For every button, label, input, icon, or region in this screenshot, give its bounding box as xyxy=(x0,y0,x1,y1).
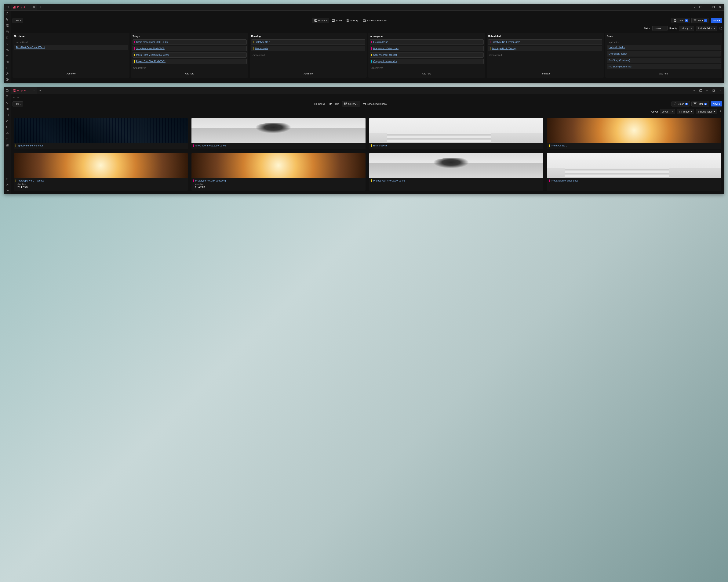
card-title-link[interactable]: Prototype No 1 (Testing) xyxy=(18,179,44,182)
help-icon[interactable] xyxy=(5,72,9,75)
card-link[interactable]: Electric design xyxy=(373,41,388,44)
view-tab-table[interactable]: Table xyxy=(328,101,341,107)
board-card[interactable]: Specify sensor concept xyxy=(370,52,484,58)
project-selector[interactable]: P01 ▾ xyxy=(12,18,23,23)
include-fields-button[interactable]: Include fields ▾ xyxy=(696,26,717,31)
card-link[interactable]: Specify sensor concept xyxy=(373,54,397,56)
grid-icon[interactable] xyxy=(5,107,9,111)
view-tab-table[interactable]: Table xyxy=(330,18,344,23)
board-card[interactable]: P01 (Next Gen Control Tech) xyxy=(14,45,128,50)
card-title-link[interactable]: Prototype No 1 (Production) xyxy=(195,179,226,182)
board-card[interactable]: Prototype No 1 (Production) xyxy=(488,39,602,45)
card-link[interactable]: Prototype No 1 (Production) xyxy=(492,41,520,44)
nav-back-icon[interactable]: ← xyxy=(12,12,15,15)
card-link[interactable]: Pre-Study (Electrical) xyxy=(608,59,630,61)
color-button[interactable]: Color 3 xyxy=(672,101,690,107)
card-link[interactable]: Mechanical design xyxy=(608,53,627,55)
project-more-icon[interactable]: ⋮ xyxy=(25,19,29,22)
board-card[interactable]: Pre-Study (Mechanical) xyxy=(607,64,721,70)
minimize-button[interactable]: ─ xyxy=(704,4,710,10)
settings-icon[interactable] xyxy=(5,78,9,81)
calendar-icon[interactable] xyxy=(5,30,9,33)
card-link[interactable]: Prototype No 2 xyxy=(255,41,270,44)
add-note-button[interactable]: Add note xyxy=(14,71,128,76)
priority-dropdown[interactable]: priority▾ xyxy=(679,26,694,31)
gallery-card[interactable]: Project Jour Fixe 2099-03-02 xyxy=(369,153,543,191)
git-fork-icon[interactable] xyxy=(5,18,9,21)
view-tab-gallery[interactable]: Gallery ▾ xyxy=(342,101,360,107)
panel-icon[interactable] xyxy=(698,88,703,93)
new-button[interactable]: New ▾ xyxy=(711,18,722,23)
card-link[interactable]: Hydraulic design xyxy=(608,46,625,49)
sidebar-toggle-icon[interactable] xyxy=(4,4,10,10)
board-card[interactable]: Prototype No 1 (Testing) xyxy=(488,46,602,51)
board-card[interactable]: Hydraulic design xyxy=(607,45,721,50)
card-link[interactable]: P01 (Next Gen Control Tech) xyxy=(16,46,45,49)
card-link[interactable]: Project Jour Fixe 2099-03-02 xyxy=(136,60,165,63)
help-icon[interactable] xyxy=(5,183,9,187)
cover-dropdown[interactable]: cover▾ xyxy=(660,109,675,114)
file-plus-icon[interactable] xyxy=(5,95,9,99)
board-card[interactable]: Pre-Study (Electrical) xyxy=(607,58,721,63)
terminal-icon[interactable] xyxy=(5,42,9,46)
chevron-down-icon[interactable] xyxy=(692,4,697,10)
add-note-button[interactable]: Add note xyxy=(607,71,721,76)
view-tab-board[interactable]: Board xyxy=(312,101,327,107)
close-icon[interactable]: ✕ xyxy=(33,89,35,92)
gear-icon[interactable] xyxy=(719,110,722,113)
card-title-link[interactable]: Shop floor meet 2099-03-05 xyxy=(195,144,226,147)
minimize-button[interactable]: ─ xyxy=(704,88,710,93)
percent-icon[interactable]: <% xyxy=(5,48,9,52)
maximize-button[interactable] xyxy=(711,88,716,93)
card-link[interactable]: Preparation of shop docs xyxy=(373,47,398,50)
view-tab-board[interactable]: Board ▾ xyxy=(312,18,329,23)
board-card[interactable]: Ongoing documentation xyxy=(370,59,484,64)
card-link[interactable]: Mech Team Meeting 2099-03-03 xyxy=(136,54,169,56)
more-menu-icon[interactable]: ⋮ xyxy=(720,12,722,15)
gallery-card[interactable]: Prototype No 2 xyxy=(547,118,721,149)
filter-button[interactable]: Filter 1 xyxy=(692,101,709,107)
copy-icon[interactable] xyxy=(5,119,9,123)
add-note-button[interactable]: Add note xyxy=(370,71,484,76)
close-button[interactable]: ✕ xyxy=(718,4,723,10)
board-card[interactable]: Board presentation 2099-03-06 xyxy=(132,39,246,45)
gallery-card[interactable]: Prototype No 1 (Testing)due-date28.4.202… xyxy=(14,153,188,191)
card-link[interactable]: Prototype No 1 (Testing) xyxy=(492,47,516,50)
gallery-card[interactable]: Specify sensor concept xyxy=(14,118,188,149)
close-icon[interactable]: ✕ xyxy=(33,6,35,8)
table-icon[interactable] xyxy=(5,144,9,147)
git-fork-icon[interactable] xyxy=(5,101,9,105)
card-title-link[interactable]: Preparation of shop docs xyxy=(551,179,578,182)
percent-icon[interactable]: <% xyxy=(5,132,9,135)
project-more-icon[interactable]: ⋮ xyxy=(25,103,29,105)
gallery-card[interactable]: Preparation of shop docs xyxy=(547,153,721,191)
database-icon[interactable] xyxy=(5,54,9,58)
add-tab-button[interactable]: + xyxy=(37,5,44,9)
gallery-card[interactable]: Prototype No 1 (Production)due-date21.4.… xyxy=(191,153,365,191)
board-card[interactable]: Mechanical design xyxy=(607,51,721,56)
add-tab-button[interactable]: + xyxy=(37,89,44,92)
card-title-link[interactable]: Project Jour Fixe 2099-03-02 xyxy=(373,179,405,182)
file-plus-icon[interactable] xyxy=(5,12,9,15)
card-link[interactable]: Pre-Study (Mechanical) xyxy=(608,65,632,68)
status-dropdown[interactable]: status▾ xyxy=(652,26,668,31)
sidebar-toggle-icon[interactable] xyxy=(4,87,10,94)
settings-icon[interactable] xyxy=(5,189,9,192)
board-card[interactable]: Shop floor meet 2099-03-05 xyxy=(132,46,246,51)
shield-icon[interactable] xyxy=(5,177,9,181)
board-card[interactable]: Risk analysis xyxy=(251,46,365,51)
shield-icon[interactable] xyxy=(5,66,9,70)
gallery-card[interactable]: Shop floor meet 2099-03-05 xyxy=(191,118,365,149)
filter-button[interactable]: Filter 1 xyxy=(692,18,709,23)
board-card[interactable]: Electric design xyxy=(370,39,484,45)
view-tab-gallery[interactable]: Gallery xyxy=(344,18,360,23)
card-link[interactable]: Board presentation 2099-03-06 xyxy=(136,41,167,44)
new-button[interactable]: New ▾ xyxy=(711,101,722,107)
card-link[interactable]: Risk analysis xyxy=(255,47,268,50)
tab-projects[interactable]: Projects ✕ xyxy=(10,4,37,10)
close-button[interactable]: ✕ xyxy=(718,88,723,93)
gear-icon[interactable] xyxy=(719,27,722,30)
database-icon[interactable] xyxy=(5,138,9,141)
card-title-link[interactable]: Risk analysis xyxy=(373,144,388,147)
include-fields-button[interactable]: Include fields ▾ xyxy=(696,109,717,114)
